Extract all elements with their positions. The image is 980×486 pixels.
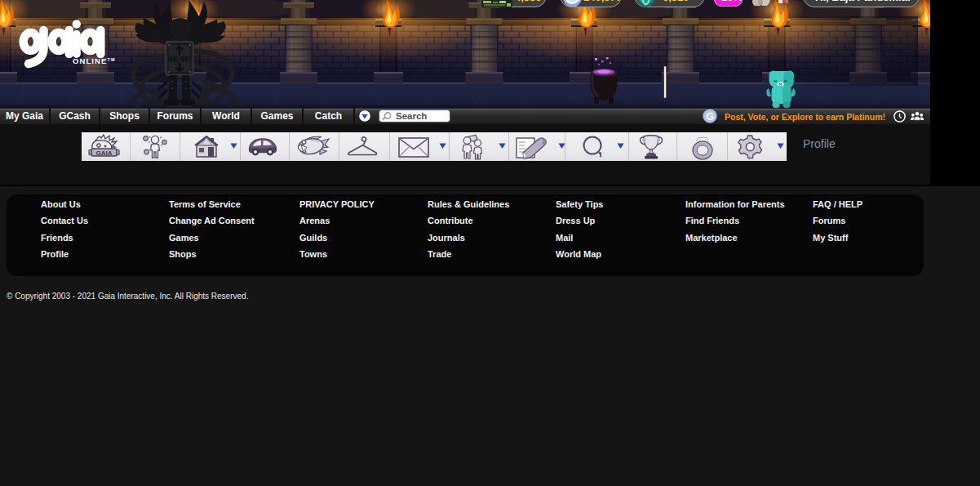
- svg-text:GAIA: GAIA: [96, 149, 113, 157]
- svg-text:G: G: [706, 111, 714, 123]
- svg-text:Search: Search: [396, 111, 427, 121]
